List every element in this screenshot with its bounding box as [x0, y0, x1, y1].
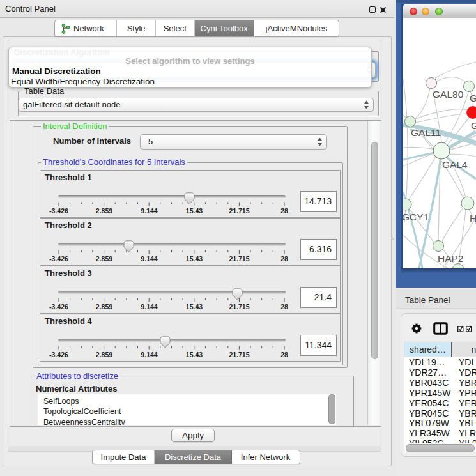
svg-text:2.859: 2.859 [96, 255, 112, 263]
svg-text:GCY1: GCY1 [403, 211, 429, 222]
svg-text:21.715: 21.715 [229, 303, 249, 311]
svg-text:28: 28 [280, 351, 288, 358]
svg-text:9.144: 9.144 [141, 255, 157, 263]
svg-text:21.715: 21.715 [229, 255, 249, 263]
svg-text:15.43: 15.43 [186, 351, 203, 358]
svg-text:-3.426: -3.426 [49, 207, 68, 215]
svg-text:21.715: 21.715 [229, 207, 249, 215]
svg-text:9.144: 9.144 [141, 351, 157, 358]
svg-text:G: G [471, 120, 476, 131]
svg-text:GAL80: GAL80 [433, 89, 464, 100]
svg-text:15.43: 15.43 [186, 303, 203, 311]
svg-text:HAP2: HAP2 [438, 253, 464, 264]
svg-text:H: H [470, 213, 476, 224]
svg-text:9.144: 9.144 [141, 303, 157, 311]
svg-text:15.43: 15.43 [186, 255, 203, 263]
svg-text:GAL11: GAL11 [411, 127, 441, 138]
svg-text:GA: GA [470, 93, 476, 104]
svg-text:15.43: 15.43 [186, 207, 203, 215]
svg-text:28: 28 [280, 303, 288, 311]
svg-text:-3.426: -3.426 [49, 351, 68, 358]
svg-text:2.859: 2.859 [96, 303, 112, 311]
svg-text:2.859: 2.859 [96, 207, 112, 215]
svg-text:21.715: 21.715 [229, 351, 249, 358]
svg-text:28: 28 [280, 207, 288, 215]
svg-text:-3.426: -3.426 [49, 255, 68, 263]
svg-text:GAL4: GAL4 [442, 159, 468, 170]
svg-text:-3.426: -3.426 [49, 303, 68, 311]
svg-text:9.144: 9.144 [141, 207, 157, 215]
svg-text:28: 28 [280, 255, 288, 263]
svg-text:2.859: 2.859 [96, 351, 112, 358]
